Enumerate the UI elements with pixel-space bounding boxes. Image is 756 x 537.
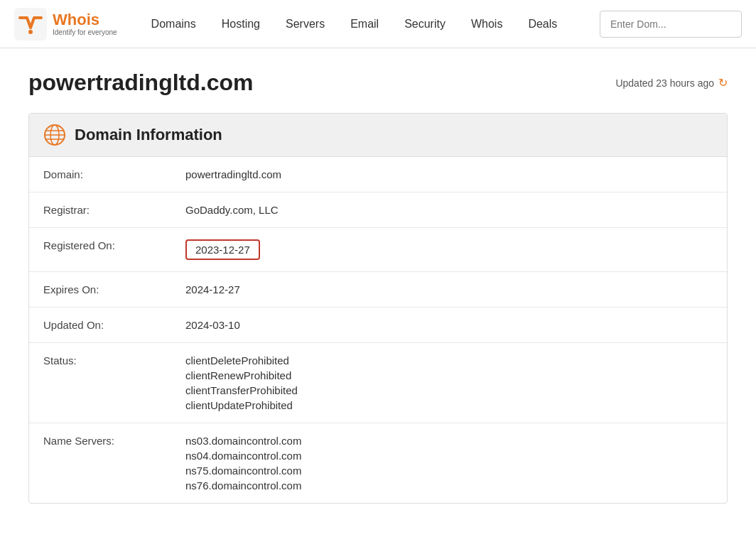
registrar-value: GoDaddy.com, LLC bbox=[171, 192, 727, 228]
ns-item: ns04.domaincontrol.com bbox=[185, 450, 713, 462]
status-list: clientDeleteProhibitedclientRenewProhibi… bbox=[185, 354, 713, 411]
refresh-icon[interactable]: ↻ bbox=[718, 76, 728, 90]
status-item: clientUpdateProhibited bbox=[185, 399, 713, 411]
logo-link[interactable]: Whois Identify for everyone bbox=[14, 8, 117, 40]
logo-tagline-label: Identify for everyone bbox=[53, 28, 117, 36]
updated-on-label: Updated On: bbox=[29, 308, 171, 343]
domain-info-table: Domain: powertradingltd.com Registrar: G… bbox=[29, 157, 727, 503]
nav-links: Domains Hosting Servers Email Security W… bbox=[139, 0, 600, 48]
domain-info-card: Domain Information Domain: powertradingl… bbox=[28, 113, 728, 504]
ns-item: ns03.domaincontrol.com bbox=[185, 435, 713, 447]
ns-list: ns03.domaincontrol.comns04.domaincontrol… bbox=[185, 435, 713, 492]
www-icon bbox=[43, 124, 66, 146]
nav-item-whois[interactable]: Whois bbox=[458, 0, 515, 48]
registered-on-label: Registered On: bbox=[29, 228, 171, 272]
nav-item-deals[interactable]: Deals bbox=[515, 0, 570, 48]
table-row: Name Servers: ns03.domaincontrol.comns04… bbox=[29, 423, 727, 504]
nav-item-domains[interactable]: Domains bbox=[139, 0, 209, 48]
updated-text: Updated 23 hours ago bbox=[615, 77, 714, 89]
nav-item-email[interactable]: Email bbox=[338, 0, 392, 48]
table-row: Status: clientDeleteProhibitedclientRene… bbox=[29, 343, 727, 423]
status-item: clientDeleteProhibited bbox=[185, 354, 713, 367]
ns-item: ns76.domaincontrol.com bbox=[185, 479, 713, 492]
nav-item-security[interactable]: Security bbox=[392, 0, 458, 48]
expires-on-value: 2024-12-27 bbox=[171, 272, 727, 308]
card-header: Domain Information bbox=[29, 114, 727, 157]
table-row: Expires On: 2024-12-27 bbox=[29, 272, 727, 308]
domain-value: powertradingltd.com bbox=[171, 157, 727, 192]
registered-on-value: 2023-12-27 bbox=[185, 239, 260, 260]
table-row: Domain: powertradingltd.com bbox=[29, 157, 727, 192]
registrar-label: Registrar: bbox=[29, 192, 171, 228]
domain-label: Domain: bbox=[29, 157, 171, 192]
page-title: powertradingltd.com bbox=[28, 70, 253, 96]
logo-icon bbox=[14, 8, 47, 40]
logo-text: Whois Identify for everyone bbox=[53, 11, 117, 36]
nav-item-servers[interactable]: Servers bbox=[273, 0, 338, 48]
svg-point-1 bbox=[28, 30, 33, 34]
updated-row: Updated 23 hours ago ↻ bbox=[615, 76, 728, 90]
table-row: Updated On: 2024-03-10 bbox=[29, 308, 727, 343]
page-content: powertradingltd.com Updated 23 hours ago… bbox=[0, 48, 756, 532]
card-title: Domain Information bbox=[75, 126, 222, 144]
name-servers-cell: ns03.domaincontrol.comns04.domaincontrol… bbox=[171, 423, 727, 504]
search-input[interactable] bbox=[600, 11, 742, 38]
ns-item: ns75.domaincontrol.com bbox=[185, 465, 713, 477]
nav-item-hosting[interactable]: Hosting bbox=[209, 0, 273, 48]
name-servers-label: Name Servers: bbox=[29, 423, 171, 504]
domain-title-row: powertradingltd.com Updated 23 hours ago… bbox=[28, 70, 728, 96]
status-item: clientRenewProhibited bbox=[185, 369, 713, 381]
status-label: Status: bbox=[29, 343, 171, 423]
status-cell: clientDeleteProhibitedclientRenewProhibi… bbox=[171, 343, 727, 423]
status-item: clientTransferProhibited bbox=[185, 384, 713, 396]
expires-on-label: Expires On: bbox=[29, 272, 171, 308]
logo-whois-label: Whois bbox=[53, 11, 117, 28]
table-row: Registrar: GoDaddy.com, LLC bbox=[29, 192, 727, 228]
registered-on-cell: 2023-12-27 bbox=[171, 228, 727, 272]
table-row: Registered On: 2023-12-27 bbox=[29, 228, 727, 272]
navbar: Whois Identify for everyone Domains Host… bbox=[0, 0, 756, 48]
updated-on-value: 2024-03-10 bbox=[171, 308, 727, 343]
